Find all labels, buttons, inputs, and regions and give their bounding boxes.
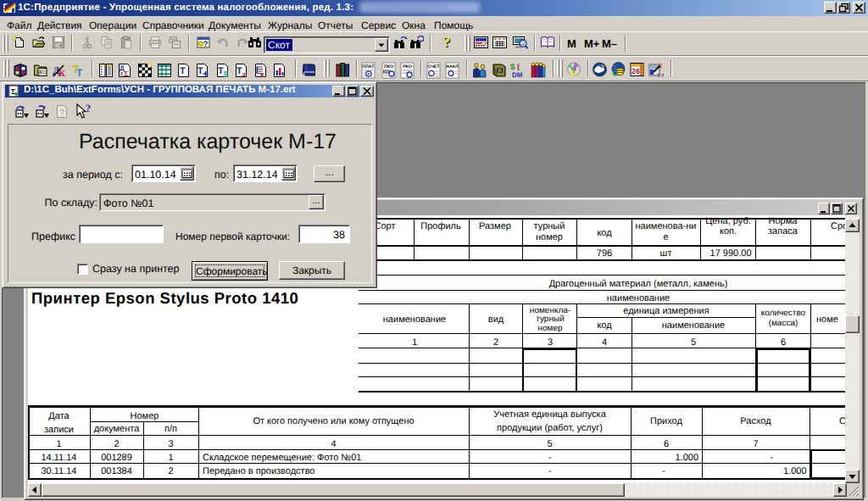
svg-text:6: 6 (781, 337, 786, 348)
svg-text:30.11.14: 30.11.14 (41, 466, 76, 476)
svg-text:наименование: наименование (607, 293, 670, 303)
svg-text:Т: Т (198, 66, 203, 76)
svg-text:код: код (597, 320, 612, 331)
svg-text:1: 1 (412, 337, 417, 348)
svg-text:2: 2 (114, 439, 119, 449)
svg-text:единица измерения: единица измерения (623, 306, 709, 316)
svg-text:-: - (548, 453, 552, 463)
svg-text:код: код (597, 228, 612, 238)
svg-text:запаса: запаса (768, 226, 798, 237)
svg-text:номер: номер (537, 324, 563, 333)
svg-text:(масса): (масса) (769, 319, 798, 328)
svg-text:наименование: наименование (662, 320, 725, 331)
svg-text:DM: DM (512, 71, 523, 78)
svg-text:турный: турный (536, 315, 564, 324)
svg-text:?: ? (59, 109, 64, 118)
svg-text:количество: количество (761, 309, 806, 318)
svg-text:?: ? (86, 103, 92, 114)
svg-text:Учетная единица выпуска: Учетная единица выпуска (493, 409, 606, 420)
svg-text:2: 2 (168, 466, 173, 476)
svg-text:1.000: 1.000 (783, 466, 807, 476)
svg-text:?: ? (572, 67, 576, 75)
svg-text:номе: номе (816, 315, 838, 325)
svg-text:4: 4 (331, 439, 336, 449)
svg-text:Профиль: Профиль (420, 221, 461, 231)
svg-text:1: 1 (168, 453, 173, 463)
svg-text:Т: Т (76, 67, 83, 78)
svg-text:-: - (662, 466, 665, 476)
svg-text:коп.: коп. (720, 226, 737, 237)
svg-text:Номер: Номер (131, 411, 159, 421)
svg-text:СЧЕТ: СЧЕТ (428, 64, 441, 70)
svg-text:наименование: наименование (383, 315, 446, 325)
svg-text:наименова-ни: наименова-ни (636, 221, 697, 231)
svg-text:РКО: РКО (403, 64, 412, 70)
svg-text:?: ? (203, 40, 209, 49)
svg-text:17 990.00: 17 990.00 (710, 248, 752, 259)
svg-text:продукции (работ, услуг): продукции (работ, услуг) (497, 423, 603, 433)
svg-text:ПЛАТ: ПЛАТ (362, 64, 375, 70)
svg-text:6: 6 (664, 439, 669, 449)
svg-text:Т: Т (180, 66, 186, 76)
svg-text:8: 8 (659, 63, 663, 69)
svg-text:-: - (770, 453, 773, 463)
svg-text:записи: записи (44, 425, 74, 435)
svg-text:?: ? (443, 34, 451, 50)
svg-text:5: 5 (547, 439, 552, 449)
svg-text:4: 4 (602, 337, 607, 348)
svg-text:Цена, руб.: Цена, руб. (705, 217, 751, 226)
svg-text:7.7: 7.7 (657, 73, 664, 79)
svg-text:С: С (839, 416, 845, 426)
svg-text:е: е (663, 232, 668, 242)
svg-text:1: 1 (56, 439, 61, 449)
svg-text:Складское перемещение: Фото №0: Складское перемещение: Фото №01 (203, 453, 361, 463)
svg-text:Норма: Норма (769, 217, 798, 226)
svg-text:ПКО: ПКО (384, 64, 393, 70)
svg-text:п/п: п/п (164, 424, 177, 434)
svg-text:Расход: Расход (740, 416, 771, 426)
svg-text:14.11.14: 14.11.14 (41, 453, 76, 463)
svg-text:Размер: Размер (479, 221, 511, 231)
svg-text:НАКЛ: НАКЛ (446, 64, 459, 70)
svg-text:001289: 001289 (101, 453, 132, 463)
svg-text:д: д (242, 70, 246, 78)
svg-text:3: 3 (168, 439, 173, 449)
svg-text:796: 796 (597, 248, 612, 259)
svg-text:Σ: Σ (124, 70, 129, 78)
svg-text:Сро: Сро (831, 221, 845, 231)
svg-text:26: 26 (632, 67, 640, 75)
svg-text:документа: документа (94, 424, 141, 434)
svg-text:вид: вид (488, 315, 504, 325)
svg-text:к: к (260, 70, 264, 79)
svg-text:номер: номер (536, 232, 563, 242)
svg-text:5: 5 (691, 337, 696, 348)
svg-text:Т: Т (218, 66, 224, 76)
svg-text:номенкла-: номенкла- (530, 306, 570, 315)
svg-text:турный: турный (534, 221, 565, 231)
svg-text:Сорт: Сорт (375, 221, 396, 231)
svg-text:3: 3 (548, 337, 553, 348)
svg-text:7: 7 (753, 439, 758, 449)
svg-text:От кого получено или кому отпу: От кого получено или кому отпущено (253, 416, 414, 426)
svg-text:-: - (548, 466, 552, 476)
svg-text:1.000: 1.000 (675, 453, 698, 463)
svg-text:Дата: Дата (48, 411, 70, 421)
svg-text:шт: шт (660, 248, 672, 259)
svg-text:001384: 001384 (101, 466, 132, 476)
svg-text:2: 2 (493, 337, 498, 348)
svg-text:Передано в производство: Передано в производство (203, 466, 314, 476)
svg-text:Драгоценный материал (металл,: Драгоценный материал (металл, камень) (549, 279, 728, 289)
svg-text:Приход: Приход (650, 416, 682, 426)
svg-text:Принтер Epson Stylus Proto 141: Принтер Epson Stylus Proto 1410 (31, 289, 298, 307)
